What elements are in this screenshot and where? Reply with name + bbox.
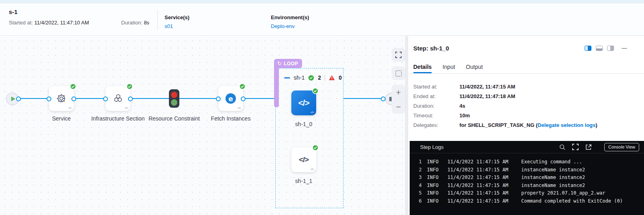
loop-group-header: sh-1 2 0	[284, 74, 342, 81]
console-view-button[interactable]: Console View	[604, 143, 639, 151]
connector-dot	[241, 96, 246, 101]
success-badge	[70, 83, 76, 90]
connector-line	[178, 98, 218, 99]
panel-title: Step: sh-1_0	[413, 45, 449, 52]
step-logs-actions: Console View	[559, 143, 639, 151]
duration: Duration: 8s	[121, 20, 149, 26]
services-label: Service(s)	[165, 14, 189, 20]
collapse-icon[interactable]	[284, 77, 290, 78]
success-badge	[239, 83, 246, 90]
environments-label: Environment(s)	[271, 14, 309, 20]
code-icon: </>	[298, 98, 309, 108]
log-lines[interactable]: 1INFO11/4/2022 11:47:15 AMExecuting comm…	[410, 153, 644, 205]
step-logs-header: Step Logs Console View	[410, 141, 644, 153]
connector-line	[130, 98, 170, 99]
open-in-new-icon[interactable]	[585, 144, 591, 150]
log-message: instanceName instance2	[521, 174, 585, 182]
panel-resize-handle[interactable]	[405, 36, 408, 215]
log-timestamp: 11/4/2022 11:47:15 AM	[447, 158, 512, 166]
template-code-mark: </>	[68, 106, 71, 110]
detail-value: 11/4/2022, 11:47:18 AM	[459, 93, 515, 99]
pipeline-execution-app: s-1 Started at: 11/4/2022, 11:47:10 AM D…	[0, 0, 644, 215]
started-at-label: Started at:	[9, 20, 33, 26]
tab-input[interactable]: Input	[443, 64, 455, 70]
tab-details[interactable]: Details	[413, 64, 432, 70]
tab-output[interactable]: Output	[466, 64, 483, 70]
node-resource-constraint[interactable]	[169, 89, 179, 108]
node-infrastructure-section[interactable]: </>	[106, 86, 130, 111]
log-level: INFO	[427, 166, 441, 174]
log-level: INFO	[427, 158, 441, 166]
zoom-in-button[interactable]: +	[396, 88, 401, 96]
environments-column: Environment(s) Deplo-env	[271, 14, 309, 29]
node-label: Service	[33, 115, 89, 123]
connector-dot	[128, 96, 133, 101]
log-line-number: 4	[416, 182, 422, 190]
service-link[interactable]: s01	[165, 23, 189, 29]
layout-dock-right-icon[interactable]	[607, 46, 614, 51]
detail-label: Duration:	[413, 103, 459, 109]
detail-row: Started at: 11/4/2022, 11:47:15 AM	[413, 82, 597, 91]
connector-dot	[16, 96, 21, 101]
layout-dock-bottom-icon[interactable]	[596, 46, 603, 51]
duration-label: Duration:	[121, 20, 142, 26]
svg-text:e: e	[228, 95, 233, 103]
log-timestamp: 11/4/2022 11:47:15 AM	[447, 197, 512, 205]
started-at-value: 11/4/2022, 11:47:10 AM	[35, 20, 89, 26]
detail-value: 11/4/2022, 11:47:15 AM	[459, 84, 515, 90]
layout-split-right-icon[interactable]	[585, 46, 591, 51]
log-line-number: 2	[416, 166, 422, 174]
log-message: Executing command ...	[521, 158, 582, 166]
count-divider	[325, 75, 325, 81]
group-name: sh-1	[294, 74, 305, 81]
log-level: INFO	[427, 197, 441, 205]
minimize-panel-icon[interactable]	[622, 48, 627, 49]
traffic-light-red	[171, 92, 177, 98]
code-icon: </>	[299, 155, 309, 164]
connector-line	[343, 98, 383, 99]
detail-row: Duration: 4s	[413, 101, 597, 111]
delegate-selection-logs-link[interactable]: Delegate selection logs	[538, 122, 596, 128]
environment-link[interactable]: Deplo-env	[271, 23, 309, 29]
gear-icon	[55, 92, 67, 104]
zoom-controls: + −	[392, 85, 405, 114]
detail-value: 10m	[459, 113, 470, 119]
detail-label: Started at:	[413, 84, 459, 90]
log-message: property 2021.07.10_app_2.war	[521, 189, 605, 197]
connector-dot	[71, 96, 76, 101]
step-logs-panel: Step Logs Console View	[410, 141, 644, 215]
step-logs-title: Step Logs	[420, 144, 559, 150]
hexagons-icon	[112, 93, 124, 104]
detail-row: Delegates: for SHELL_SCRIPT_TASK_NG (Del…	[413, 120, 597, 130]
zoom-out-button[interactable]: −	[396, 102, 401, 111]
started-at: Started at: 11/4/2022, 11:47:10 AM	[9, 20, 89, 26]
services-column: Service(s) s01	[165, 14, 189, 29]
node-sh-1-0[interactable]: </> </>	[291, 90, 316, 115]
marquee-select-icon	[396, 70, 402, 76]
node-fetch-instances[interactable]: e </>	[218, 86, 243, 111]
main-area: </> Service </> Infrastructure Section	[0, 36, 644, 215]
loop-badge[interactable]: ↻ LOOP	[274, 59, 302, 68]
success-badge	[312, 145, 319, 151]
log-timestamp: 11/4/2022 11:47:15 AM	[447, 166, 512, 174]
select-mode-button[interactable]	[392, 66, 405, 80]
panel-tabs: Details Input Output	[413, 64, 483, 70]
connector-dot	[381, 96, 386, 101]
log-line: 5INFO11/4/2022 11:47:15 AMproperty 2021.…	[416, 189, 644, 197]
node-label: Fetch Instances	[203, 115, 259, 123]
expand-logs-icon[interactable]	[572, 144, 579, 150]
tabs-divider	[408, 73, 644, 74]
node-service[interactable]: </>	[49, 86, 74, 111]
log-line: 4INFO11/4/2022 11:47:15 AMinstanceName i…	[416, 182, 644, 190]
loop-icon: ↻	[277, 60, 282, 66]
log-message: instanceName instance2	[521, 166, 585, 174]
log-line: 3INFO11/4/2022 11:47:15 AMinstanceName i…	[416, 174, 644, 182]
delegates-prefix: for SHELL_SCRIPT_TASK_NG (	[459, 122, 538, 128]
pipeline-canvas[interactable]: </> Service </> Infrastructure Section	[0, 36, 405, 215]
search-icon[interactable]	[559, 144, 565, 150]
fit-to-screen-button[interactable]	[392, 48, 405, 62]
node-sh-1-1[interactable]: </> </>	[291, 147, 316, 172]
header-divider	[157, 10, 158, 30]
panel-layout-actions	[585, 46, 627, 51]
log-line-number: 1	[416, 158, 422, 166]
